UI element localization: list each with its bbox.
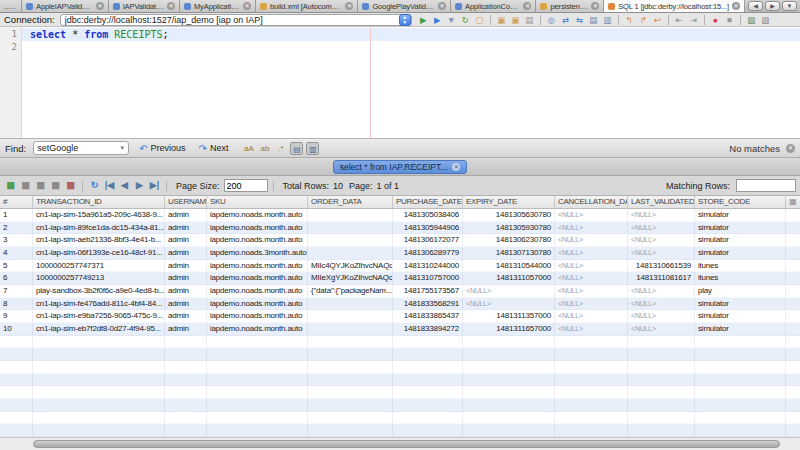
table-cell[interactable]: 3 xyxy=(0,234,33,247)
table-cell[interactable] xyxy=(207,361,308,374)
table-cell[interactable] xyxy=(695,399,786,412)
table-cell[interactable] xyxy=(165,399,207,412)
find-close-icon[interactable]: ✕ xyxy=(786,144,795,153)
table-cell[interactable] xyxy=(308,386,393,399)
table-cell[interactable]: <NULL> xyxy=(555,285,628,298)
table-cell[interactable] xyxy=(308,424,393,437)
table-cell[interactable] xyxy=(555,348,628,361)
table-cell[interactable]: iapdemo.noads.month.auto xyxy=(207,222,308,235)
table-cell[interactable]: admin xyxy=(165,234,207,247)
table-cell[interactable] xyxy=(628,348,695,361)
table-cell[interactable]: {"data":{"packageNam... xyxy=(308,285,393,298)
table-cell[interactable]: 1481305630780 xyxy=(463,209,555,222)
table-cell[interactable]: admin xyxy=(165,260,207,273)
truncate-table-icon[interactable]: ▦ xyxy=(64,179,77,192)
find-dropdown-icon[interactable]: ▼ xyxy=(119,145,125,151)
table-cell[interactable]: <NULL> xyxy=(628,298,695,311)
editor-tab[interactable]: MyApplication.java✕ xyxy=(180,0,256,12)
column-header[interactable]: EXPIRY_DATE xyxy=(463,196,555,208)
table-row[interactable]: 4cn1-iap-sim-06f1393e-ce16-48cf-91...adm… xyxy=(0,247,800,260)
table-cell[interactable] xyxy=(33,336,165,349)
find-previous-button[interactable]: ↶ Previous xyxy=(136,143,188,154)
editor-tab[interactable]: ...tor xyxy=(0,0,22,12)
table-cell[interactable] xyxy=(207,374,308,387)
table-cell[interactable] xyxy=(393,424,463,437)
editor-tab[interactable]: IAPValidator.java✕ xyxy=(109,0,180,12)
connection-stepper-icon[interactable]: ▲▼ xyxy=(399,14,411,26)
table-cell[interactable] xyxy=(393,386,463,399)
whole-words-icon[interactable]: ab xyxy=(258,142,271,155)
table-cell[interactable]: <NULL> xyxy=(555,323,628,336)
table-cell[interactable] xyxy=(628,374,695,387)
table-cell[interactable] xyxy=(695,336,786,349)
column-header[interactable]: PURCHASE_DATE xyxy=(393,196,463,208)
table-cell[interactable] xyxy=(463,386,555,399)
table-cell[interactable] xyxy=(0,336,33,349)
table-cell[interactable]: <NULL> xyxy=(628,209,695,222)
table-cell[interactable]: <NULL> xyxy=(555,260,628,273)
table-cell[interactable]: cn1-iap-sim-e9ba7256-9065-475c-9... xyxy=(33,310,165,323)
table-cell[interactable] xyxy=(695,412,786,425)
table-row[interactable] xyxy=(0,336,800,349)
table-cell[interactable]: 6 xyxy=(0,272,33,285)
comment-icon[interactable]: ▧ xyxy=(745,14,758,26)
table-cell[interactable]: 1481310244000 xyxy=(393,260,463,273)
table-row[interactable] xyxy=(0,361,800,374)
table-cell[interactable] xyxy=(628,361,695,374)
table-cell[interactable]: admin xyxy=(165,222,207,235)
column-header[interactable]: USERNAME xyxy=(165,196,207,208)
regex-icon[interactable]: .* xyxy=(274,142,287,155)
find-in-projects-icon[interactable]: ▤ xyxy=(587,14,600,26)
table-cell[interactable] xyxy=(695,424,786,437)
find-next-button[interactable]: ↷ Next xyxy=(196,143,232,154)
editor-tab[interactable]: persistence.xml✕ xyxy=(536,0,604,12)
table-cell[interactable] xyxy=(308,234,393,247)
table-cell[interactable] xyxy=(695,386,786,399)
back-icon[interactable]: ↰ xyxy=(623,14,636,26)
page-size-input[interactable] xyxy=(224,179,268,192)
table-cell[interactable] xyxy=(555,386,628,399)
table-cell[interactable] xyxy=(165,386,207,399)
table-cell[interactable]: 1481306289779 xyxy=(393,247,463,260)
table-cell[interactable]: 1481311357000 xyxy=(463,310,555,323)
horizontal-scrollbar[interactable] xyxy=(0,437,800,450)
table-cell[interactable] xyxy=(308,399,393,412)
table-cell[interactable] xyxy=(308,374,393,387)
table-cell[interactable] xyxy=(463,424,555,437)
table-cell[interactable] xyxy=(207,424,308,437)
table-cell[interactable] xyxy=(628,386,695,399)
run-statement-icon[interactable]: ▶ xyxy=(431,14,444,26)
code-area[interactable]: select * from RECEIPTS; xyxy=(22,27,800,138)
table-cell[interactable]: admin xyxy=(165,310,207,323)
table-cell[interactable]: admin xyxy=(165,323,207,336)
table-cell[interactable] xyxy=(308,247,393,260)
table-cell[interactable] xyxy=(165,361,207,374)
tab-close-icon[interactable]: ✕ xyxy=(732,2,740,10)
table-cell[interactable] xyxy=(165,412,207,425)
table-cell[interactable] xyxy=(695,348,786,361)
find-input[interactable]: setGoogle ▼ xyxy=(33,141,129,155)
table-cell[interactable]: play xyxy=(695,285,786,298)
table-cell[interactable] xyxy=(207,336,308,349)
table-cell[interactable]: <NULL> xyxy=(555,310,628,323)
table-cell[interactable] xyxy=(393,374,463,387)
tab-close-icon[interactable]: ✕ xyxy=(243,2,251,10)
connection-dropdown[interactable]: jdbc:derby://localhost:1527/iap_demo [ia… xyxy=(60,14,412,26)
table-cell[interactable]: 1481306230780 xyxy=(463,234,555,247)
wrap-search-icon[interactable]: ▥ xyxy=(306,142,319,155)
table-row[interactable] xyxy=(0,386,800,399)
table-cell[interactable] xyxy=(33,361,165,374)
table-cell[interactable]: simulator xyxy=(695,323,786,336)
table-cell[interactable]: 1481310661539 xyxy=(628,260,695,273)
table-cell[interactable] xyxy=(308,298,393,311)
table-cell[interactable]: <NULL> xyxy=(628,323,695,336)
find-icon[interactable]: ◎ xyxy=(545,14,558,26)
uncomment-icon[interactable]: ▨ xyxy=(759,14,772,26)
commit-record-icon[interactable]: ▦ xyxy=(34,179,47,192)
table-cell[interactable] xyxy=(308,222,393,235)
table-cell[interactable]: 8 xyxy=(0,298,33,311)
table-cell[interactable]: <NULL> xyxy=(555,247,628,260)
column-header[interactable]: ORDER_DATA xyxy=(308,196,393,208)
table-cell[interactable] xyxy=(628,412,695,425)
matching-rows-input[interactable] xyxy=(736,179,796,192)
